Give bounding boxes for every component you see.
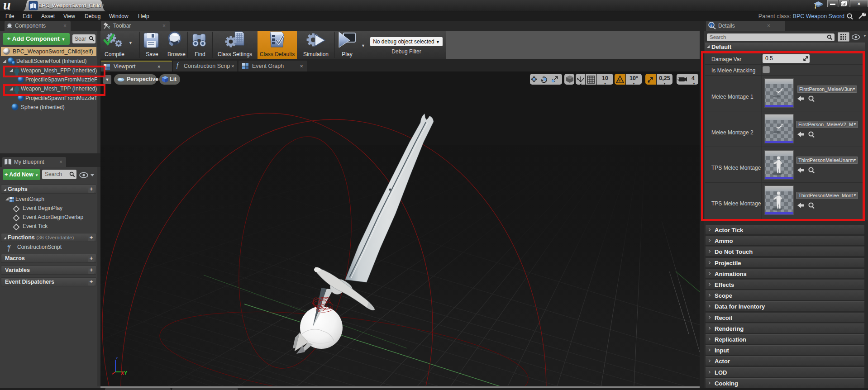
- svg-text:Y: Y: [124, 370, 128, 376]
- svg-text:z: z: [116, 356, 118, 360]
